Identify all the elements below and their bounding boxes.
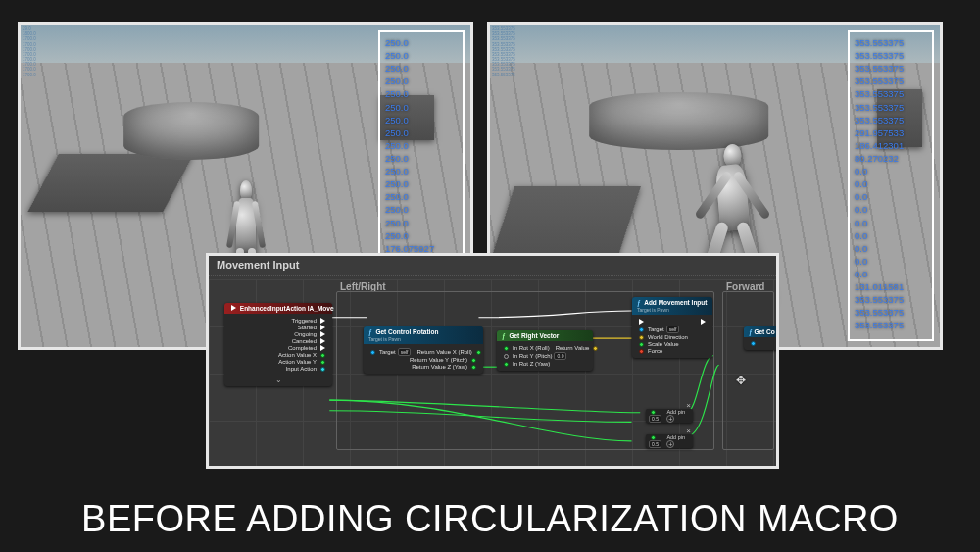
node-enhanced-input-action[interactable]: EnhancedInputAction IA_Move TriggeredSta… bbox=[224, 303, 332, 386]
debug-value-line: 353.553375 bbox=[855, 49, 927, 62]
debug-value-line: 0.0 bbox=[855, 255, 927, 268]
node-output-row: Action Value Y bbox=[229, 359, 327, 365]
debug-value-line: 353.553375 bbox=[855, 62, 927, 75]
pin-label: Ongoing bbox=[294, 331, 317, 337]
node-title: Get Co bbox=[754, 328, 774, 335]
float-pin[interactable] bbox=[471, 358, 476, 363]
debug-value-line: 250.0 bbox=[385, 139, 458, 152]
node-get-control-rotation-forward[interactable]: ƒ Get Co bbox=[744, 326, 779, 350]
node-add-movement-input[interactable]: ƒ Add Movement Input Target is Pawn Targ… bbox=[632, 297, 712, 358]
debug-value-overlay: 353.553375353.553375353.553375353.553375… bbox=[848, 30, 934, 341]
pin-default-value[interactable]: 0.5 bbox=[649, 440, 662, 448]
pin-label: Action Value Y bbox=[278, 359, 317, 365]
function-icon: ƒ bbox=[368, 328, 372, 335]
pin-default-value[interactable]: 0.5 bbox=[649, 415, 662, 423]
object-pin[interactable] bbox=[751, 341, 756, 346]
pin-label: Completed bbox=[288, 345, 317, 351]
close-icon[interactable]: × bbox=[686, 401, 691, 410]
debug-value-line: 0.0 bbox=[855, 190, 927, 203]
debug-value-line: 353.553375 bbox=[855, 306, 927, 319]
debug-corner-text: 353.553375 353.553375 353.553375 353.553… bbox=[492, 26, 515, 77]
plus-icon[interactable]: + bbox=[666, 415, 674, 423]
pin-label: Return Value Z (Yaw) bbox=[412, 364, 467, 370]
data-pin[interactable] bbox=[320, 353, 325, 358]
debug-value-line: 250.0 bbox=[385, 49, 458, 62]
pin-label: In Rot X (Roll) bbox=[513, 345, 550, 351]
blueprint-canvas[interactable]: Left/Right Forward EnhancedInputAction I… bbox=[209, 279, 776, 466]
vector-pin[interactable] bbox=[593, 346, 598, 351]
node-output-row: Action Value X bbox=[229, 352, 327, 358]
debug-value-line: 131.011581 bbox=[855, 280, 927, 293]
target-self-value[interactable]: self bbox=[666, 326, 680, 333]
float-pin[interactable] bbox=[504, 346, 509, 351]
function-icon: ƒ bbox=[502, 332, 506, 339]
debug-value-line: 250.0 bbox=[385, 36, 458, 49]
float-pin[interactable] bbox=[504, 354, 509, 359]
node-get-control-rotation[interactable]: ƒ Get Control Rotation Target is Pawn Ta… bbox=[364, 326, 483, 374]
exec-pin-icon bbox=[231, 305, 236, 311]
debug-value-line: 250.0 bbox=[385, 126, 458, 139]
debug-value-line: 353.553375 bbox=[855, 101, 927, 114]
node-title: Add Movement Input bbox=[644, 299, 707, 306]
pin-label: Started bbox=[298, 325, 317, 330]
vector-pin[interactable] bbox=[639, 335, 644, 340]
node-get-right-vector[interactable]: ƒ Get Right Vector In Rot X (Roll) Retur… bbox=[497, 330, 593, 371]
exec-pin[interactable] bbox=[639, 319, 644, 325]
debug-value-line: 250.0 bbox=[385, 203, 458, 216]
subsection-box-forward bbox=[722, 291, 774, 450]
plus-icon[interactable]: + bbox=[666, 440, 674, 448]
node-header: ƒ Add Movement Input Target is Pawn bbox=[632, 297, 712, 315]
node-multiply[interactable]: × 0.5 Add pin + bbox=[646, 409, 693, 423]
debug-value-line: 353.553375 bbox=[855, 87, 927, 100]
pin-label: Input Action bbox=[286, 366, 317, 372]
debug-value-line: 0.0 bbox=[855, 203, 927, 216]
close-icon[interactable]: × bbox=[686, 427, 691, 435]
pin-label: Return Value bbox=[556, 345, 590, 351]
debug-value-line: 250.0 bbox=[385, 75, 458, 87]
exec-pin[interactable] bbox=[320, 318, 325, 324]
pin-label: Return Value Y (Pitch) bbox=[410, 357, 467, 363]
float-pin[interactable] bbox=[639, 342, 644, 347]
object-pin[interactable] bbox=[370, 350, 375, 355]
debug-value-line: 0.0 bbox=[855, 242, 927, 255]
exec-pin[interactable] bbox=[701, 319, 706, 325]
debug-value-line: 250.0 bbox=[385, 190, 458, 203]
blueprint-graph-panel[interactable]: Movement Input Left/Right Forward Enhanc… bbox=[206, 253, 779, 469]
debug-value-line: 250.0 bbox=[385, 217, 458, 229]
pin-label: Target bbox=[379, 349, 396, 355]
pin-label: Scale Value bbox=[648, 341, 679, 347]
function-icon: ƒ bbox=[637, 299, 641, 306]
node-title: Get Right Vector bbox=[509, 332, 559, 339]
target-self-value[interactable]: self bbox=[398, 348, 412, 356]
exec-pin[interactable] bbox=[320, 345, 325, 351]
float-pin[interactable] bbox=[476, 350, 481, 355]
debug-value-line: 250.0 bbox=[385, 62, 458, 75]
float-pin[interactable] bbox=[504, 362, 509, 367]
pin-label: Force bbox=[648, 348, 662, 354]
pin-default-value[interactable]: 0.0 bbox=[554, 352, 566, 360]
data-pin[interactable] bbox=[320, 360, 325, 365]
debug-value-line: 250.0 bbox=[385, 177, 458, 190]
exec-pin[interactable] bbox=[320, 325, 325, 330]
debug-value-line: 250.0 bbox=[385, 229, 458, 242]
bool-pin[interactable] bbox=[639, 349, 644, 354]
data-pin[interactable] bbox=[320, 367, 325, 372]
debug-value-line: 353.553375 bbox=[855, 114, 927, 126]
debug-corner-text: 29.0 1800.0 1700.0 1700.0 1700.0 1700.0 … bbox=[23, 26, 36, 77]
object-pin[interactable] bbox=[639, 327, 644, 332]
pin-label: Canceled bbox=[292, 338, 317, 344]
node-output-row: Started bbox=[229, 325, 327, 330]
chevron-down-icon[interactable]: ⌄ bbox=[224, 376, 332, 386]
exec-pin[interactable] bbox=[320, 331, 325, 337]
node-title: Get Control Rotation bbox=[375, 328, 438, 335]
node-header: ƒ Get Control Rotation Target is Pawn bbox=[364, 326, 483, 344]
debug-value-line: 353.553375 bbox=[855, 36, 927, 49]
pin-label: In Rot Y (Pitch) bbox=[513, 353, 552, 359]
exec-pin[interactable] bbox=[320, 338, 325, 344]
node-header: ƒ Get Co bbox=[744, 326, 779, 337]
node-output-row: Completed bbox=[229, 345, 327, 351]
node-multiply[interactable]: × 0.5 Add pin + bbox=[646, 434, 693, 448]
float-pin[interactable] bbox=[471, 365, 476, 370]
pin-label: World Direction bbox=[648, 334, 688, 340]
node-output-row: Input Action bbox=[229, 366, 327, 372]
